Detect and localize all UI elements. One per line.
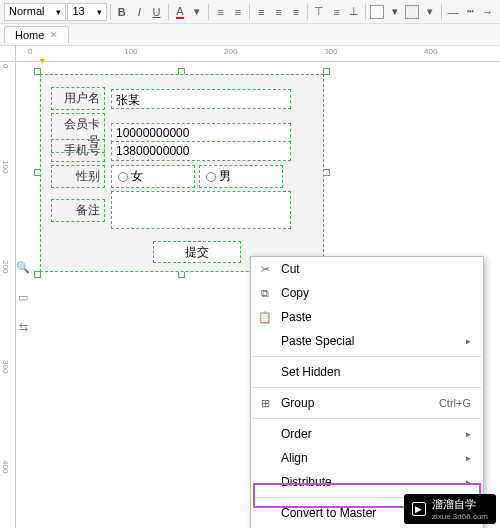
input-phone[interactable]: 13800000000: [111, 141, 291, 161]
ctx-copy[interactable]: ⧉Copy: [251, 281, 483, 305]
page-tabs: Home ✕: [0, 24, 500, 46]
line-style-button[interactable]: ┅: [462, 2, 478, 22]
line-width-button[interactable]: —: [445, 2, 461, 22]
resize-handle[interactable]: [178, 271, 185, 278]
close-icon[interactable]: ✕: [50, 30, 58, 40]
font-color-dropdown[interactable]: ▾: [189, 2, 205, 22]
context-menu: ✂Cut ⧉Copy 📋Paste Paste Special▸ Set Hid…: [250, 256, 484, 528]
fill-color-button[interactable]: [369, 2, 385, 22]
number-list-button[interactable]: ≡: [230, 2, 246, 22]
copy-icon: ⧉: [257, 287, 273, 300]
radio-icon: [206, 172, 216, 182]
vertical-ruler: 0 100 200 300 400: [0, 62, 16, 528]
layers-icon[interactable]: ▭: [16, 282, 30, 312]
line-color-button[interactable]: [404, 2, 420, 22]
align-right-button[interactable]: ≡: [288, 2, 304, 22]
ctx-order[interactable]: Order▸: [251, 422, 483, 446]
chevron-right-icon: ▸: [466, 477, 471, 487]
side-tools: 🔍 ▭ ⇆: [16, 252, 30, 342]
ctx-set-hidden[interactable]: Set Hidden: [251, 360, 483, 384]
label-note: 备注: [51, 199, 105, 222]
form-panel[interactable]: 用户名 张某 会员卡号 10000000000 手机号 13800000000 …: [40, 74, 324, 272]
input-username[interactable]: 张某: [111, 89, 291, 109]
underline-button[interactable]: U: [148, 2, 164, 22]
resize-handle[interactable]: [323, 68, 330, 75]
textarea-note[interactable]: [111, 191, 291, 229]
font-size-dropdown[interactable]: 13: [67, 3, 106, 21]
group-icon: ⊞: [257, 397, 273, 410]
ctx-cut[interactable]: ✂Cut: [251, 257, 483, 281]
formatting-toolbar: Normal 13 B I U A ▾ ≡ ≡ ≡ ≡ ≡ ⊤ ≡ ⊥ ▾ ▾ …: [0, 0, 500, 24]
align-center-button[interactable]: ≡: [270, 2, 286, 22]
ctx-group[interactable]: ⊞GroupCtrl+G: [251, 391, 483, 415]
bullet-list-button[interactable]: ≡: [212, 2, 228, 22]
font-color-button[interactable]: A: [172, 2, 188, 22]
submit-button[interactable]: 提交: [153, 241, 241, 263]
resize-handle[interactable]: [34, 271, 41, 278]
label-gender: 性别: [51, 165, 105, 188]
origin-marker: ▾: [40, 55, 45, 66]
tab-label: Home: [15, 29, 44, 41]
ctx-paste[interactable]: 📋Paste: [251, 305, 483, 329]
chevron-right-icon: ▸: [466, 429, 471, 439]
horizontal-ruler: 0 100 200 300 400: [16, 46, 500, 62]
style-dropdown[interactable]: Normal: [4, 3, 66, 21]
connect-icon[interactable]: ⇆: [16, 312, 30, 342]
ctx-distribute[interactable]: Distribute▸: [251, 470, 483, 494]
line-color-dropdown[interactable]: ▾: [421, 2, 437, 22]
ctx-paste-special[interactable]: Paste Special▸: [251, 329, 483, 353]
arrow-button[interactable]: →: [480, 2, 496, 22]
chevron-right-icon: ▸: [466, 336, 471, 346]
valign-top-button[interactable]: ⊤: [311, 2, 327, 22]
bold-button[interactable]: B: [114, 2, 130, 22]
paste-icon: 📋: [257, 311, 273, 324]
watermark: ▶ 溜溜自学 zixue.3d66.com: [404, 494, 496, 524]
fill-color-dropdown[interactable]: ▾: [387, 2, 403, 22]
label-phone: 手机号: [51, 139, 105, 162]
search-icon[interactable]: 🔍: [16, 252, 30, 282]
radio-icon: [118, 172, 128, 182]
ruler-corner: [0, 46, 16, 62]
valign-middle-button[interactable]: ≡: [328, 2, 344, 22]
play-icon: ▶: [412, 502, 426, 516]
radio-male[interactable]: 男: [199, 165, 283, 188]
radio-female[interactable]: 女: [111, 165, 195, 188]
chevron-right-icon: ▸: [466, 453, 471, 463]
label-username: 用户名: [51, 87, 105, 110]
cut-icon: ✂: [257, 263, 273, 276]
tab-home[interactable]: Home ✕: [4, 26, 69, 43]
valign-bottom-button[interactable]: ⊥: [346, 2, 362, 22]
resize-handle[interactable]: [323, 169, 330, 176]
ctx-align[interactable]: Align▸: [251, 446, 483, 470]
align-left-button[interactable]: ≡: [253, 2, 269, 22]
italic-button[interactable]: I: [131, 2, 147, 22]
